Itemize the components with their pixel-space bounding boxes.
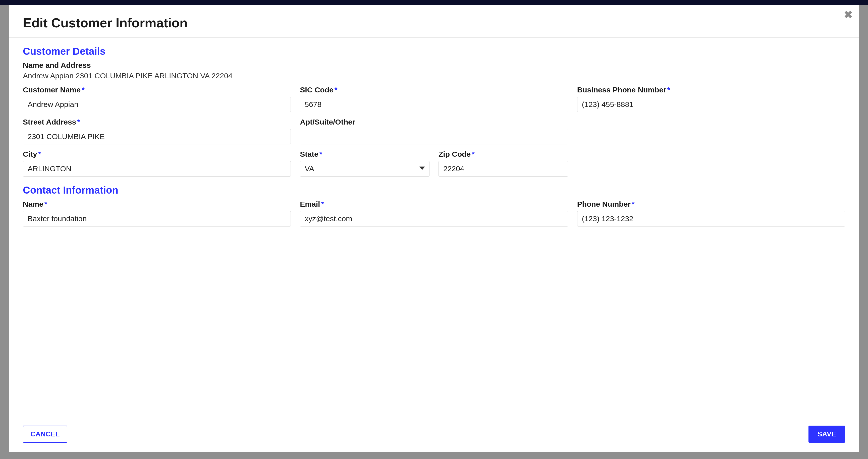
customer-details-heading: Customer Details bbox=[23, 46, 845, 57]
required-marker: * bbox=[335, 86, 338, 94]
city-field: City* bbox=[23, 150, 291, 176]
business-phone-field: Business Phone Number* bbox=[577, 86, 845, 112]
customer-details-row-1: Customer Name* SIC Code* Business Phone … bbox=[23, 86, 845, 112]
app-top-bar bbox=[0, 0, 868, 5]
empty-cell bbox=[577, 118, 845, 144]
zip-input[interactable] bbox=[438, 161, 568, 176]
contact-phone-input[interactable] bbox=[577, 211, 845, 227]
apt-suite-input[interactable] bbox=[300, 129, 568, 144]
empty-cell bbox=[577, 150, 845, 176]
required-marker: * bbox=[38, 150, 41, 158]
street-address-input[interactable] bbox=[23, 129, 291, 144]
customer-name-field: Customer Name* bbox=[23, 86, 291, 112]
required-marker: * bbox=[82, 86, 85, 94]
state-label-text: State bbox=[300, 150, 318, 158]
city-input[interactable] bbox=[23, 161, 291, 176]
city-label: City* bbox=[23, 150, 291, 158]
sic-code-label-text: SIC Code bbox=[300, 86, 333, 94]
contact-info-row: Name* Email* Phone Number* bbox=[23, 200, 845, 227]
close-icon[interactable]: ✖ bbox=[842, 9, 854, 21]
business-phone-label-text: Business Phone Number bbox=[577, 86, 666, 94]
required-marker: * bbox=[667, 86, 670, 94]
modal-title: Edit Customer Information bbox=[23, 15, 845, 30]
sic-code-label: SIC Code* bbox=[300, 86, 568, 94]
modal-body: Customer Details Name and Address Andrew… bbox=[9, 38, 859, 418]
sic-code-field: SIC Code* bbox=[300, 86, 568, 112]
apt-suite-label: Apt/Suite/Other bbox=[300, 118, 568, 126]
state-label: State* bbox=[300, 150, 430, 158]
contact-name-label-text: Name bbox=[23, 200, 43, 208]
customer-name-label: Customer Name* bbox=[23, 86, 291, 94]
required-marker: * bbox=[77, 118, 80, 126]
contact-phone-label: Phone Number* bbox=[577, 200, 845, 208]
customer-name-label-text: Customer Name bbox=[23, 86, 81, 94]
state-field: State* bbox=[300, 150, 430, 176]
required-marker: * bbox=[632, 200, 635, 208]
modal-footer: CANCEL SAVE bbox=[9, 418, 859, 452]
customer-name-input[interactable] bbox=[23, 97, 291, 112]
zip-label: Zip Code* bbox=[438, 150, 568, 158]
contact-name-label: Name* bbox=[23, 200, 291, 208]
contact-email-field: Email* bbox=[300, 200, 568, 227]
contact-name-input[interactable] bbox=[23, 211, 291, 227]
customer-details-row-2: Street Address* Apt/Suite/Other bbox=[23, 118, 845, 144]
state-select-wrap bbox=[300, 161, 430, 176]
contact-name-field: Name* bbox=[23, 200, 291, 227]
required-marker: * bbox=[44, 200, 48, 208]
edit-customer-modal: Edit Customer Information ✖ Customer Det… bbox=[9, 5, 859, 452]
contact-phone-label-text: Phone Number bbox=[577, 200, 631, 208]
contact-email-label: Email* bbox=[300, 200, 568, 208]
required-marker: * bbox=[319, 150, 322, 158]
street-address-field: Street Address* bbox=[23, 118, 291, 144]
zip-field: Zip Code* bbox=[438, 150, 568, 176]
business-phone-label: Business Phone Number* bbox=[577, 86, 845, 94]
street-address-label-text: Street Address bbox=[23, 118, 76, 126]
required-marker: * bbox=[472, 150, 475, 158]
state-select[interactable] bbox=[300, 161, 430, 176]
apt-suite-label-text: Apt/Suite/Other bbox=[300, 118, 355, 126]
contact-email-input[interactable] bbox=[300, 211, 568, 227]
cancel-button[interactable]: CANCEL bbox=[23, 426, 67, 443]
save-button[interactable]: SAVE bbox=[808, 426, 845, 443]
business-phone-input[interactable] bbox=[577, 97, 845, 112]
required-marker: * bbox=[321, 200, 324, 208]
name-address-label: Name and Address bbox=[23, 61, 845, 70]
sic-code-input[interactable] bbox=[300, 97, 568, 112]
contact-phone-field: Phone Number* bbox=[577, 200, 845, 227]
contact-information-heading: Contact Information bbox=[23, 185, 845, 196]
close-icon-glyph: ✖ bbox=[844, 9, 853, 20]
apt-suite-field: Apt/Suite/Other bbox=[300, 118, 568, 144]
modal-header: Edit Customer Information ✖ bbox=[9, 5, 859, 38]
contact-email-label-text: Email bbox=[300, 200, 320, 208]
zip-label-text: Zip Code bbox=[438, 150, 471, 158]
name-address-line: Andrew Appian 2301 COLUMBIA PIKE ARLINGT… bbox=[23, 72, 845, 80]
street-address-label: Street Address* bbox=[23, 118, 291, 126]
city-label-text: City bbox=[23, 150, 37, 158]
state-zip-row: State* Zip Code* bbox=[300, 150, 568, 176]
customer-details-row-3: City* State* bbox=[23, 150, 845, 176]
contact-information-section: Contact Information Name* Email* Ph bbox=[23, 185, 845, 227]
